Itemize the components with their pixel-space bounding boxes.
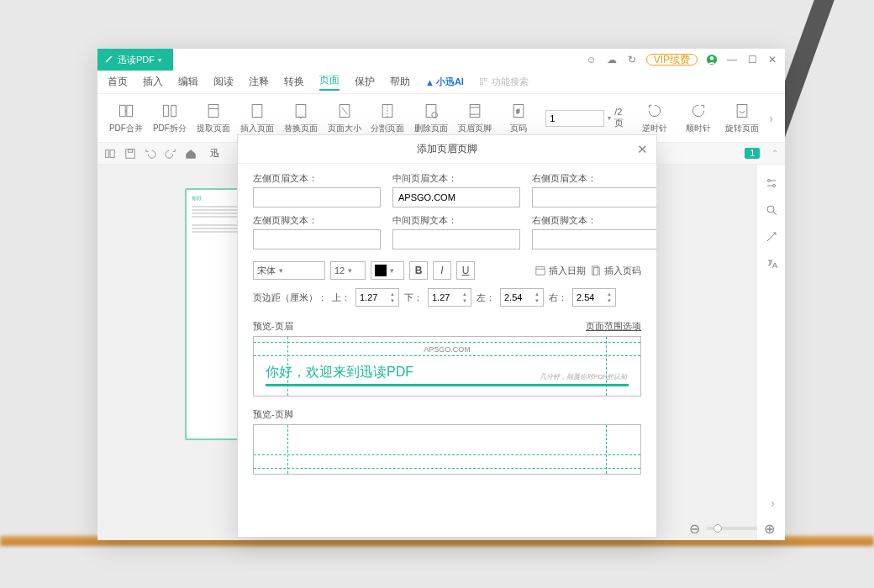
input-header-left[interactable] bbox=[253, 187, 381, 207]
menu-edit[interactable]: 编辑 bbox=[178, 75, 198, 89]
thumb-header: 你好 bbox=[192, 195, 237, 202]
label-header-left: 左侧页眉文本： bbox=[253, 172, 381, 185]
search-icon bbox=[479, 77, 488, 87]
input-footer-right[interactable] bbox=[532, 229, 656, 249]
svg-rect-16 bbox=[470, 104, 480, 117]
header-footer-dialog: 添加页眉页脚 ✕ 左侧页眉文本： 中间页眉文本： 右侧页眉文本： 左侧页脚文本：… bbox=[237, 134, 657, 538]
redo-icon[interactable] bbox=[165, 148, 176, 160]
chevron-down-icon: ▾ bbox=[390, 266, 394, 275]
page-thumbnail[interactable]: 你好 bbox=[185, 188, 244, 440]
bold-button[interactable]: B bbox=[409, 261, 428, 280]
zoom-slider[interactable] bbox=[707, 527, 757, 530]
ribbon-rotate-page[interactable]: 旋转页面 bbox=[720, 102, 764, 134]
margin-bottom-input[interactable]: ▲▼ bbox=[428, 288, 471, 307]
italic-button[interactable]: I bbox=[433, 261, 451, 280]
search-tool-icon[interactable] bbox=[765, 203, 778, 217]
margin-right-input[interactable]: ▲▼ bbox=[572, 288, 616, 307]
menu-read[interactable]: 阅读 bbox=[213, 75, 234, 89]
label-header-right: 右侧页眉文本： bbox=[532, 172, 656, 185]
zoom-in-icon[interactable]: ⊕ bbox=[764, 521, 775, 537]
close-button[interactable]: ✕ bbox=[766, 54, 778, 66]
svg-rect-10 bbox=[252, 104, 262, 117]
dialog-close-button[interactable]: ✕ bbox=[637, 142, 648, 157]
home-icon[interactable] bbox=[185, 148, 197, 160]
color-swatch bbox=[375, 265, 387, 276]
badge-caret-icon[interactable]: ⌃ bbox=[771, 149, 778, 158]
menu-home[interactable]: 首页 bbox=[108, 75, 128, 89]
font-select[interactable]: 宋体▾ bbox=[253, 261, 325, 280]
insert-page-button[interactable]: 插入页码 bbox=[591, 265, 641, 277]
menu-insert[interactable]: 插入 bbox=[143, 75, 163, 89]
refresh-icon[interactable]: ↻ bbox=[626, 54, 638, 66]
margin-left-input[interactable]: ▲▼ bbox=[500, 288, 544, 307]
sidebar-icon[interactable] bbox=[104, 148, 116, 160]
cloud-icon[interactable]: ☁ bbox=[606, 54, 618, 66]
svg-point-24 bbox=[767, 180, 770, 182]
document-tab[interactable]: 迅 bbox=[205, 147, 224, 160]
ribbon-pagenum[interactable]: #页码 bbox=[497, 102, 540, 134]
menu-help[interactable]: 帮助 bbox=[390, 75, 410, 89]
minimize-button[interactable]: — bbox=[726, 54, 738, 66]
zoom-out-icon[interactable]: ⊖ bbox=[689, 521, 700, 537]
format-row: 宋体▾ 12▾ ▾ B I U 插入日期 插入页码 bbox=[253, 261, 641, 280]
ribbon-rotate-cw[interactable]: 顺时针 bbox=[677, 102, 720, 134]
magic-icon[interactable] bbox=[765, 230, 778, 244]
menu-convert[interactable]: 转换 bbox=[284, 75, 304, 89]
insert-date-button[interactable]: 插入日期 bbox=[535, 265, 586, 277]
ribbon-delete[interactable]: 删除页面 bbox=[409, 102, 453, 134]
underline-button[interactable]: U bbox=[456, 261, 475, 280]
margin-top-input[interactable]: ▲▼ bbox=[355, 288, 399, 307]
svg-rect-8 bbox=[171, 105, 176, 116]
ribbon-merge[interactable]: PDF合并 bbox=[104, 102, 148, 134]
ribbon-splitpg[interactable]: 分割页面 bbox=[366, 102, 410, 134]
feature-search[interactable]: 功能搜索 bbox=[479, 76, 529, 88]
ribbon-extract[interactable]: 提取页面 bbox=[192, 102, 235, 134]
save-icon[interactable] bbox=[124, 148, 136, 160]
ribbon-size[interactable]: 页面大小 bbox=[323, 102, 366, 134]
ribbon-split[interactable]: PDF拆分 bbox=[148, 102, 192, 134]
translate-icon[interactable] bbox=[765, 257, 778, 270]
preview-header-text: APSGO.COM bbox=[254, 345, 640, 354]
svg-rect-22 bbox=[126, 149, 135, 158]
preview-footer-box bbox=[253, 424, 641, 475]
input-header-right[interactable] bbox=[532, 187, 656, 207]
input-footer-left[interactable] bbox=[253, 229, 381, 249]
ribbon-overflow-icon[interactable]: › bbox=[764, 112, 778, 125]
label-footer-right: 右侧页脚文本： bbox=[532, 214, 656, 227]
svg-rect-2 bbox=[480, 78, 482, 81]
app-tab-dropdown-icon[interactable]: ▾ bbox=[158, 56, 161, 64]
maximize-button[interactable]: ☐ bbox=[746, 54, 758, 66]
ribbon-rotate-ccw[interactable]: 逆时针 bbox=[633, 102, 677, 134]
dialog-title: 添加页眉页脚 bbox=[417, 142, 477, 156]
menu-page[interactable]: 页面 bbox=[319, 73, 340, 91]
scroll-right-icon[interactable]: › bbox=[771, 496, 775, 510]
ribbon-headerfooter[interactable]: 页眉页脚 bbox=[453, 102, 497, 134]
svg-rect-20 bbox=[106, 150, 109, 157]
app-tab[interactable]: 迅读PDF ▾ bbox=[97, 49, 173, 71]
menu-annot[interactable]: 注释 bbox=[249, 75, 269, 89]
preview-header-label: 预览-页眉 bbox=[253, 320, 293, 333]
avatar[interactable] bbox=[706, 54, 718, 66]
chat-icon[interactable]: ☺ bbox=[586, 54, 598, 66]
undo-icon[interactable] bbox=[145, 148, 156, 160]
chevron-down-icon: ▾ bbox=[279, 266, 283, 275]
ribbon-replace[interactable]: 替换页面 bbox=[279, 102, 323, 134]
settings-icon[interactable] bbox=[765, 176, 778, 190]
svg-rect-14 bbox=[427, 104, 437, 117]
ribbon-insert[interactable]: 插入页面 bbox=[235, 102, 279, 134]
vip-button[interactable]: VIP续费 bbox=[646, 54, 698, 66]
page-range-options[interactable]: 页面范围选项 bbox=[586, 320, 641, 333]
input-header-center[interactable] bbox=[392, 187, 520, 207]
menu-protect[interactable]: 保护 bbox=[355, 75, 375, 89]
preview-header-box: APSGO.COM 你好，欢迎来到迅读PDF 几分钟，颠覆你对PDF的认知 bbox=[253, 336, 641, 396]
input-footer-center[interactable] bbox=[392, 229, 520, 249]
ai-button[interactable]: ▲小迅AI bbox=[425, 76, 464, 88]
label-footer-left: 左侧页脚文本： bbox=[253, 214, 381, 227]
font-size-select[interactable]: 12▾ bbox=[330, 261, 366, 280]
page-input[interactable] bbox=[545, 110, 604, 127]
menubar: 首页 插入 编辑 阅读 注释 转换 页面 保护 帮助 ▲小迅AI 功能搜索 bbox=[97, 71, 785, 94]
page-dropdown-icon[interactable]: ▾ bbox=[608, 114, 611, 122]
font-color-select[interactable]: ▾ bbox=[371, 261, 404, 280]
svg-text:#: # bbox=[517, 108, 520, 113]
preview-sub-text: 几分钟，颠覆你对PDF的认知 bbox=[540, 372, 627, 381]
